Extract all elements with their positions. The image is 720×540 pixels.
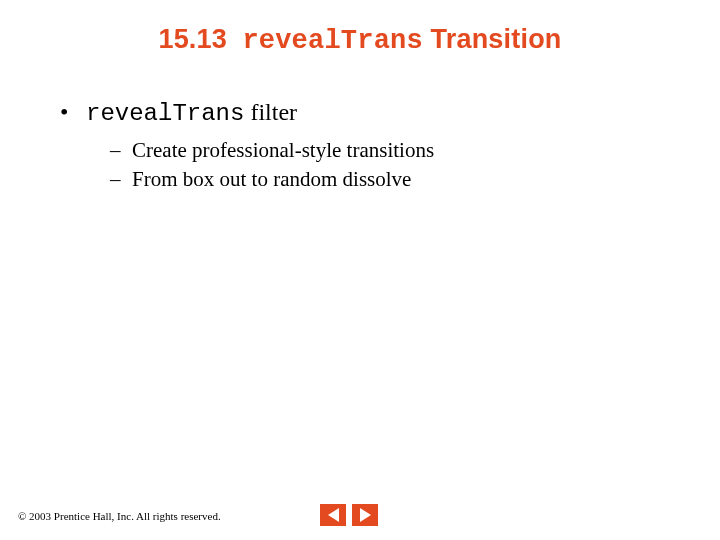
next-slide-button[interactable] [352,504,378,526]
slide-title: 15.13 revealTrans Transition [0,24,720,56]
bullet-level-1: •revealTrans filter [60,96,680,130]
slide-nav [320,504,378,526]
sub-bullet-text: From box out to random dissolve [132,167,411,191]
title-section-number: 15.13 [158,24,227,54]
triangle-right-icon [360,508,371,522]
bullet-after: filter [250,99,297,125]
title-code: revealTrans [242,26,422,56]
bullet-glyph: • [60,96,86,128]
bullet-code: revealTrans [86,100,244,127]
bullet-level-2: –Create professional-style transitions [110,136,680,164]
copyright-footer: © 2003 Prentice Hall, Inc. All rights re… [18,510,221,522]
triangle-left-icon [328,508,339,522]
dash-glyph: – [110,136,132,164]
slide-body: •revealTrans filter –Create professional… [60,96,680,193]
bullet-level-2: –From box out to random dissolve [110,165,680,193]
dash-glyph: – [110,165,132,193]
sub-bullet-text: Create professional-style transitions [132,138,434,162]
title-rest: Transition [431,24,562,54]
prev-slide-button[interactable] [320,504,346,526]
